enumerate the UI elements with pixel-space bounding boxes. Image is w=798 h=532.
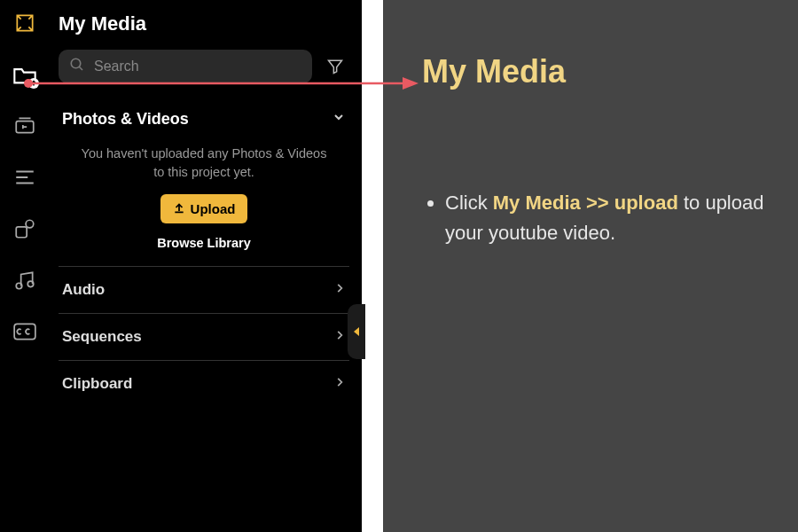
collapse-handle[interactable] xyxy=(348,304,365,359)
upload-button[interactable]: Upload xyxy=(160,194,248,223)
section-clipboard[interactable]: Clipboard xyxy=(59,360,349,407)
chevron-right-icon xyxy=(333,375,346,393)
svg-rect-1 xyxy=(16,227,27,238)
search-input[interactable] xyxy=(94,59,301,74)
upload-label: Upload xyxy=(191,201,236,216)
chevron-right-icon xyxy=(333,328,346,346)
folder-upload-icon[interactable] xyxy=(12,62,37,87)
section-label: Clipboard xyxy=(62,375,132,393)
section-label: Sequences xyxy=(62,328,142,346)
search-icon xyxy=(69,57,85,76)
section-sequences[interactable]: Sequences xyxy=(59,313,349,360)
empty-state-message: You haven't uploaded any Photos & Videos… xyxy=(59,139,349,194)
music-icon[interactable] xyxy=(12,268,37,293)
my-media-panel: My Media Photos & Videos You haven't upl… xyxy=(50,0,362,532)
instruction-item: Click My Media >> upload to upload your … xyxy=(445,188,768,248)
divider-gap xyxy=(362,0,383,532)
film-icon[interactable] xyxy=(12,11,37,35)
search-row xyxy=(59,50,349,83)
section-label: Audio xyxy=(62,281,105,299)
elements-icon[interactable] xyxy=(12,216,37,241)
filter-icon[interactable] xyxy=(321,52,349,81)
instruction-text: Click xyxy=(445,192,493,214)
instruction-title: My Media xyxy=(422,53,768,90)
section-photos-videos[interactable]: Photos & Videos xyxy=(59,99,349,139)
instruction-pane: My Media Click My Media >> upload to upl… xyxy=(383,0,798,532)
upload-icon xyxy=(173,201,185,216)
section-label: Photos & Videos xyxy=(62,110,189,129)
templates-icon[interactable] xyxy=(12,113,37,138)
search-box[interactable] xyxy=(59,50,312,83)
text-settings-icon[interactable] xyxy=(12,165,37,190)
browse-library-link[interactable]: Browse Library xyxy=(59,236,349,250)
svg-point-6 xyxy=(71,59,81,68)
instruction-highlight: My Media >> upload xyxy=(493,192,678,214)
svg-point-4 xyxy=(27,281,34,287)
section-audio[interactable]: Audio xyxy=(59,266,349,313)
chevron-right-icon xyxy=(333,281,346,299)
instruction-list: Click My Media >> upload to upload your … xyxy=(422,188,768,248)
panel-title: My Media xyxy=(59,12,349,35)
chevron-down-icon xyxy=(332,110,346,129)
svg-point-2 xyxy=(26,220,34,228)
side-rail xyxy=(0,0,50,532)
app-sidebar-panel: My Media Photos & Videos You haven't upl… xyxy=(0,0,362,532)
captions-icon[interactable] xyxy=(12,319,37,344)
